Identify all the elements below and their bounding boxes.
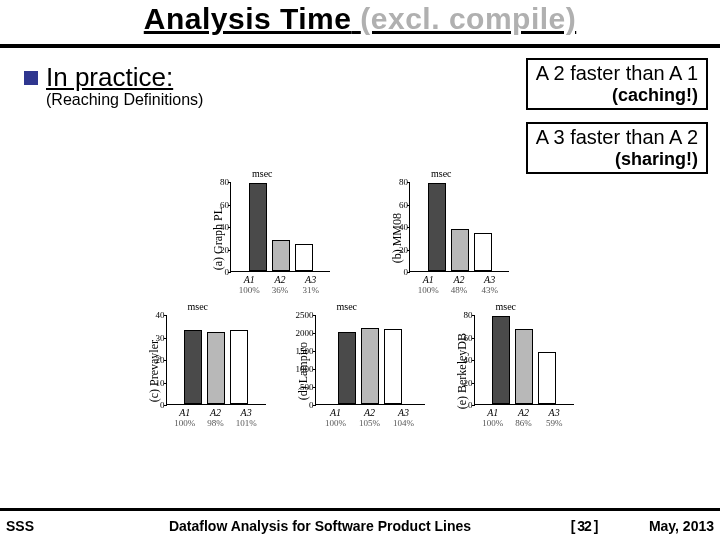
chart-plot: msec020406080A1A2A3100%48%43% [409,182,509,295]
percent-label: 101% [235,418,257,428]
percent-label: 104% [393,418,415,428]
charts-area: (a) Graph PLmsec020406080A1A2A3100%36%31… [20,182,700,428]
x-label: A2 [206,407,224,418]
title-main: Analysis Time [144,2,352,35]
bar-A3 [295,244,313,271]
chart-a: (a) Graph PLmsec020406080A1A2A3100%36%31… [211,182,330,295]
y-tick-label: 40 [207,223,229,232]
x-label: A2 [450,274,468,285]
callout-line: A 3 faster than A 2 [536,126,698,149]
axis-box: 020406080 [230,182,330,272]
x-label: A1 [240,274,258,285]
bars-group [167,315,266,404]
y-tick-label: 2000 [292,329,314,338]
footer: SSS Dataflow Analysis for Software Produ… [0,508,720,540]
percent-row: 100%105%104% [315,418,425,428]
heading-block: In practice: (Reaching Definitions) [24,62,203,109]
percent-label: 100% [417,285,439,295]
y-tick-label: 60 [451,334,473,343]
bars-group [410,182,509,271]
chart-row-2: (c) Prevaylermsec010203040A1A2A3100%98%1… [20,315,700,428]
y-tick-label: 40 [386,223,408,232]
percent-label: 43% [479,285,501,295]
y-tick-label: 2500 [292,311,314,320]
x-label: A1 [176,407,194,418]
y-ticks: 020406080 [451,315,473,404]
bar-A3 [474,233,492,271]
chart-e: (e) BerkeleyDBmsec020406080A1A2A3100%86%… [455,315,574,428]
footer-page: [ 32 ] [554,518,614,534]
y-tick-label: 500 [292,383,314,392]
axis-unit: msec [188,301,209,312]
callout-line: A 2 faster than A 1 [536,62,698,85]
y-tick-label: 1000 [292,365,314,374]
y-tick-label: 0 [292,401,314,410]
axis-box: 020406080 [409,182,509,272]
chart-plot: msec020406080A1A2A3100%36%31% [230,182,330,295]
y-tick-label: 80 [451,311,473,320]
percent-label: 100% [482,418,504,428]
x-label: A3 [545,407,563,418]
chart-plot: msec05001000150020002500A1A2A3100%105%10… [315,315,425,428]
x-labels: A1A2A3 [474,407,574,418]
footer-left: SSS [6,518,86,534]
percent-label: 105% [359,418,381,428]
percent-label: 100% [325,418,347,428]
footer-date: May, 2013 [614,518,714,534]
y-ticks: 05001000150020002500 [292,315,314,404]
chart-row-1: (a) Graph PLmsec020406080A1A2A3100%36%31… [20,182,700,295]
x-labels: A1A2A3 [315,407,425,418]
callout-a3-vs-a2: A 3 faster than A 2 (sharing!) [526,122,708,174]
axis-unit: msec [337,301,358,312]
percent-row: 100%86%59% [474,418,574,428]
percent-label: 48% [448,285,470,295]
axis-box: 020406080 [474,315,574,405]
bar-A3 [384,329,402,404]
bar-A1 [338,332,356,404]
y-tick-label: 0 [143,401,165,410]
x-label: A2 [514,407,532,418]
percent-label: 98% [204,418,226,428]
bars-group [475,315,574,404]
x-label: A1 [484,407,502,418]
x-label: A2 [271,274,289,285]
y-tick-label: 20 [143,356,165,365]
bar-A2 [361,328,379,404]
x-label: A1 [327,407,345,418]
bar-A1 [492,316,510,404]
bars-group [316,315,425,404]
x-label: A2 [361,407,379,418]
y-tick-label: 10 [143,379,165,388]
axis-box: 010203040 [166,315,266,405]
callout-tag: (sharing!) [536,149,698,170]
axis-unit: msec [252,168,273,179]
title-dim: (excl. compile) [360,2,576,35]
percent-row: 100%36%31% [230,285,330,295]
bar-A2 [272,240,290,272]
bar-A2 [451,229,469,271]
y-tick-label: 80 [386,178,408,187]
callout-tag: (caching!) [536,85,698,106]
y-tick-label: 20 [451,379,473,388]
y-tick-label: 40 [143,311,165,320]
y-tick-label: 0 [386,268,408,277]
y-tick-label: 80 [207,178,229,187]
x-labels: A1A2A3 [230,274,330,285]
percent-row: 100%48%43% [409,285,509,295]
chart-c: (c) Prevaylermsec010203040A1A2A3100%98%1… [147,315,266,428]
y-tick-label: 0 [451,401,473,410]
bar-A1 [184,330,202,404]
x-label: A3 [395,407,413,418]
axis-unit: msec [496,301,517,312]
y-tick-label: 30 [143,334,165,343]
bar-A2 [515,329,533,404]
bullet-square-icon [24,71,38,85]
chart-plot: msec010203040A1A2A3100%98%101% [166,315,266,428]
percent-row: 100%98%101% [166,418,266,428]
bar-A2 [207,332,225,404]
y-tick-label: 20 [386,246,408,255]
x-label: A1 [419,274,437,285]
bar-A1 [428,183,446,271]
bar-A1 [249,183,267,271]
bars-group [231,182,330,271]
